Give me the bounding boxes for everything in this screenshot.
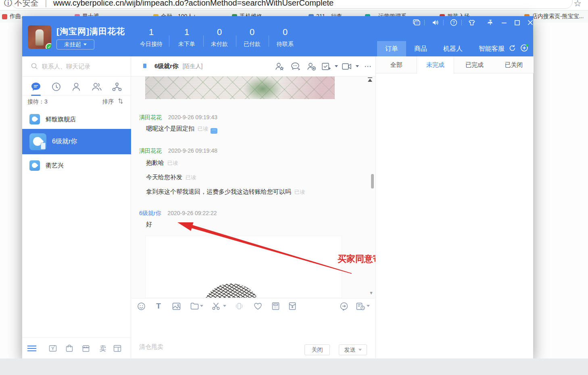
chat-image-fabric[interactable] bbox=[145, 77, 335, 99]
emoji-icon[interactable] bbox=[136, 301, 146, 311]
tab-products[interactable]: 商品 bbox=[406, 41, 435, 56]
screen: ⓘ 不安全 | www.cyberpolice.cn/wijb/impeach.… bbox=[0, 0, 588, 375]
add-contact-icon[interactable] bbox=[306, 62, 317, 71]
maximize-button[interactable] bbox=[512, 18, 522, 27]
wangwang-avatar-icon bbox=[29, 133, 46, 150]
online-status-badge: ✓ bbox=[46, 43, 51, 49]
scroll-to-top-icon[interactable] bbox=[367, 77, 373, 82]
more-options-icon[interactable]: ⋯ bbox=[363, 62, 373, 71]
tab-smart-service[interactable]: 智能客服 bbox=[471, 41, 513, 56]
svg-text:?: ? bbox=[452, 21, 455, 25]
chat-log-icon[interactable] bbox=[355, 301, 366, 311]
product-photo-fragment bbox=[203, 284, 260, 298]
tab-robot[interactable]: 机器人 bbox=[435, 41, 471, 56]
font-format-icon[interactable]: T bbox=[153, 301, 164, 311]
calculator-icon[interactable] bbox=[270, 301, 281, 311]
message-line: 抱歉哈已读 bbox=[146, 159, 178, 167]
create-task-icon[interactable] bbox=[321, 62, 332, 71]
shake-window-icon[interactable] bbox=[234, 301, 244, 311]
message-meta: 6级就r你 2020-9-26 09:22:22 bbox=[139, 210, 217, 217]
search-bar bbox=[22, 56, 131, 77]
order-tab-finished[interactable]: 已完成 bbox=[455, 56, 494, 73]
send-button[interactable]: 发送 bbox=[339, 344, 367, 355]
chevron-down-icon[interactable] bbox=[223, 305, 226, 307]
add-plus-icon[interactable] bbox=[520, 44, 529, 52]
sender-name[interactable]: 6级就r你 bbox=[139, 210, 161, 216]
chevron-down-icon[interactable] bbox=[367, 305, 370, 307]
search-input[interactable] bbox=[42, 63, 119, 70]
favorite-heart-icon[interactable] bbox=[252, 301, 263, 311]
folder-file-icon[interactable] bbox=[189, 301, 200, 311]
recent-history-icon[interactable] bbox=[51, 81, 61, 92]
shopping-bag-icon[interactable] bbox=[65, 344, 74, 353]
sidebar-bottom-toolbar: 卖 bbox=[22, 338, 131, 358]
scroll-down-icon[interactable]: ▼ bbox=[369, 290, 373, 295]
page-bottom-strip bbox=[0, 358, 588, 375]
order-filter-tabs: 全部 未完成 已完成 已关闭 bbox=[376, 56, 534, 73]
screenshot-scissors-icon[interactable] bbox=[211, 301, 221, 311]
feedback-message-icon[interactable] bbox=[411, 18, 422, 27]
contact-row-selected[interactable]: 6级就r你 bbox=[22, 129, 131, 154]
reception-count: 接待：3 bbox=[27, 98, 48, 106]
contact-name: 6级就r你 bbox=[52, 137, 77, 146]
chat-column: 6级就r你 [陌生人] bbox=[131, 56, 375, 358]
order-tab-closed[interactable]: 已关闭 bbox=[495, 56, 533, 73]
shop-avatar[interactable]: ✓ bbox=[28, 25, 51, 49]
main-menu-icon[interactable] bbox=[27, 344, 37, 353]
stat-today-reception: 1今日接待 bbox=[133, 27, 169, 48]
contact-row[interactable]: 衢艺兴 bbox=[22, 156, 131, 175]
pin-icon[interactable] bbox=[485, 18, 495, 27]
red-envelope-icon[interactable] bbox=[287, 301, 298, 311]
transfer-chat-icon[interactable] bbox=[290, 62, 301, 71]
tab-orders[interactable]: 订单 bbox=[377, 41, 406, 56]
mini-chat-icon[interactable]: ⋯ bbox=[211, 128, 217, 134]
divider bbox=[461, 20, 462, 25]
wangwang-avatar-icon bbox=[29, 114, 40, 124]
chevron-down-icon[interactable] bbox=[335, 65, 338, 67]
stat-paid: 0已付款 bbox=[234, 27, 270, 48]
minimize-button[interactable] bbox=[499, 18, 509, 27]
chat-tab-icon[interactable] bbox=[31, 81, 41, 92]
sort-label[interactable]: 排序 bbox=[102, 98, 114, 106]
chat-image-product[interactable] bbox=[145, 236, 342, 298]
stat-no-order: 1未下单 bbox=[169, 27, 205, 48]
quick-reply-icon[interactable] bbox=[339, 301, 349, 311]
composer-area[interactable]: 清仓甩卖 关闭 发送 bbox=[131, 313, 375, 358]
org-structure-icon[interactable] bbox=[112, 81, 122, 92]
contacts-icon[interactable] bbox=[71, 81, 81, 92]
help-icon[interactable]: ? bbox=[448, 18, 459, 27]
image-upload-icon[interactable] bbox=[171, 301, 181, 311]
skin-theme-icon[interactable] bbox=[467, 18, 477, 27]
chevron-down-icon[interactable] bbox=[200, 305, 203, 307]
stat-to-contact: 0待联系 bbox=[267, 27, 303, 48]
transfer-money-icon[interactable] bbox=[48, 344, 58, 353]
sell-icon[interactable]: 卖 bbox=[98, 344, 108, 353]
close-button[interactable] bbox=[525, 18, 536, 27]
read-receipt: 已读 bbox=[186, 174, 196, 180]
stat-unpaid: 0未付款 bbox=[201, 27, 238, 48]
chat-scrollbar-thumb[interactable] bbox=[371, 174, 374, 189]
bookmark-star-icon[interactable]: ☆ bbox=[573, 0, 582, 9]
message-meta: 满田花花 2020-9-26 09:19:48 bbox=[139, 147, 217, 155]
video-call-icon[interactable] bbox=[342, 62, 352, 71]
composer-suggestion[interactable]: 清仓甩卖 bbox=[139, 343, 163, 351]
chevron-down-icon bbox=[359, 349, 362, 351]
sidebar: 接待：3 排序 鲜馥旗舰店 6级就r你 衢艺兴 bbox=[22, 56, 131, 358]
order-tab-unfinished[interactable]: 未完成 bbox=[417, 56, 454, 74]
groups-icon[interactable] bbox=[92, 81, 102, 92]
window-header: ? ✓ [淘宝网]满田花花 bbox=[22, 16, 533, 56]
star-contact-icon[interactable] bbox=[274, 62, 285, 71]
store-box-icon[interactable] bbox=[81, 344, 91, 353]
sort-icon[interactable] bbox=[118, 98, 123, 104]
layout-panel-icon[interactable] bbox=[113, 344, 122, 353]
speaker-icon[interactable] bbox=[430, 18, 441, 27]
contact-row[interactable]: 鲜馥旗舰店 bbox=[22, 110, 131, 129]
sender-name[interactable]: 满田花花 bbox=[139, 147, 162, 154]
close-chat-button[interactable]: 关闭 bbox=[304, 344, 330, 355]
refresh-icon[interactable] bbox=[509, 44, 516, 52]
order-tab-all[interactable]: 全部 bbox=[377, 56, 416, 73]
suspend-status-button[interactable]: 未挂起 bbox=[56, 39, 94, 50]
chevron-down-icon[interactable] bbox=[356, 65, 359, 67]
url-text[interactable]: ⓘ 不安全 | www.cyberpolice.cn/wijb/impeach.… bbox=[4, 0, 334, 8]
sender-name[interactable]: 满田花花 bbox=[139, 114, 162, 120]
